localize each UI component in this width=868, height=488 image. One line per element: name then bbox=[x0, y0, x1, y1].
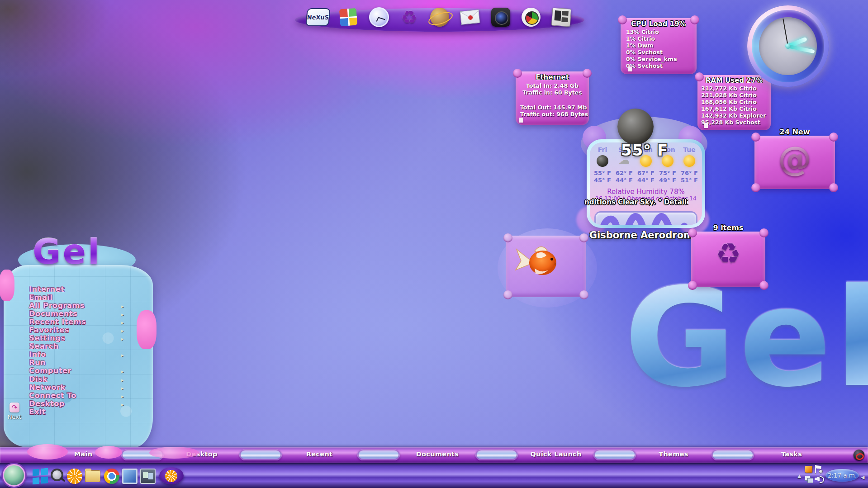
mail-widget[interactable]: 24 New @ bbox=[754, 136, 835, 189]
display-icon[interactable] bbox=[122, 469, 138, 484]
menu-item-info[interactable]: Info bbox=[29, 351, 138, 359]
nexus-badge: NeXuS bbox=[305, 8, 331, 26]
menu-item-internet[interactable]: Internet bbox=[29, 285, 138, 293]
tab-documents[interactable]: Documents bbox=[416, 450, 459, 458]
desktop-tab-bar: Main Desktop Recent Documents Quick Laun… bbox=[0, 447, 868, 463]
desktop: Gel NeXuS ♻ CPU Load 19% 13% Citrio 1% C… bbox=[0, 0, 868, 488]
cpu-process: 0% Svchost bbox=[626, 49, 677, 56]
volume-icon[interactable] bbox=[815, 475, 824, 483]
fish-tank-widget[interactable] bbox=[498, 228, 597, 308]
cpu-process: 0% Svchost bbox=[626, 62, 677, 69]
next-arrow-icon: ↷ bbox=[9, 403, 19, 412]
menu-item-all-programs[interactable]: All Programs bbox=[29, 301, 138, 309]
cpu-title: CPU Load 19% bbox=[621, 20, 697, 28]
tabbar-orb-icon[interactable] bbox=[854, 450, 864, 460]
menu-item-run[interactable]: Run bbox=[29, 359, 138, 367]
menu-item-email[interactable]: Email bbox=[29, 293, 138, 301]
conditions-ticker[interactable]: nditions Clear Sky. ° Detailed bbox=[584, 198, 688, 206]
resize-handle[interactable] bbox=[628, 66, 632, 71]
menu-item-search[interactable]: Search bbox=[29, 342, 138, 351]
ram-process: 95,228 Kb Svchost bbox=[701, 119, 766, 126]
mail-count: 24 New bbox=[754, 128, 835, 136]
chain-link bbox=[475, 449, 518, 460]
menu-item-disk[interactable]: Disk bbox=[29, 375, 138, 383]
cpu-process: 1% Citrio bbox=[626, 35, 677, 42]
menu-item-network[interactable]: Network bbox=[29, 383, 138, 391]
mini-clock-icon bbox=[819, 469, 823, 474]
pie-launcher-icon[interactable] bbox=[67, 469, 82, 484]
submenu-arrow-icon bbox=[121, 317, 126, 326]
menu-item-exit[interactable]: Exit bbox=[29, 407, 138, 416]
submenu-arrow-icon bbox=[121, 399, 126, 408]
desktop-icon-next[interactable]: ↷ Next bbox=[2, 403, 27, 420]
globe-icon[interactable] bbox=[429, 7, 450, 28]
weather-squiggle-panel bbox=[594, 211, 697, 225]
nexus-launcher-icon[interactable] bbox=[159, 467, 184, 484]
recycle-bin-icon: ♻ bbox=[691, 238, 765, 270]
start-button[interactable] bbox=[3, 464, 25, 487]
cpu-widget[interactable]: CPU Load 19% 13% Citrio 1% Citrio 1% Dwm… bbox=[621, 18, 697, 74]
recycle-icon[interactable]: ♻ bbox=[399, 7, 420, 28]
tab-themes[interactable]: Themes bbox=[659, 450, 688, 458]
windows-taskbar-icon[interactable] bbox=[33, 468, 48, 485]
search-icon[interactable] bbox=[50, 469, 65, 484]
start-menu-items: Internet Email All Programs Documents Re… bbox=[29, 285, 138, 416]
tab-recent[interactable]: Recent bbox=[306, 450, 332, 458]
next-label: Next bbox=[2, 413, 27, 420]
menu-item-favorites[interactable]: Favorites bbox=[29, 326, 138, 334]
analog-clock-widget[interactable] bbox=[747, 5, 829, 87]
goldfish-icon bbox=[515, 242, 564, 280]
current-temp: 55° F bbox=[579, 141, 710, 159]
tab-main[interactable]: Main bbox=[74, 450, 93, 458]
ethernet-total-out: Total Out: 145.97 Mb bbox=[520, 104, 588, 111]
show-desktop-icon[interactable] bbox=[140, 469, 156, 484]
camera-icon[interactable] bbox=[490, 7, 511, 28]
weather-widget[interactable]: Fri 55° F 45° F Sat 62° F 44° F Sun bbox=[579, 109, 710, 244]
gauge-icon[interactable] bbox=[521, 7, 541, 28]
start-menu-logo: Gel bbox=[33, 232, 101, 272]
tray-expand-icon[interactable] bbox=[797, 471, 804, 477]
flag-reminder-icon[interactable] bbox=[815, 465, 823, 474]
tab-quick-launch[interactable]: Quick Launch bbox=[530, 450, 581, 458]
ram-title: RAM Used 27% bbox=[697, 76, 771, 85]
ethernet-title: Ethernet bbox=[516, 73, 589, 81]
windows-icon[interactable] bbox=[338, 7, 359, 28]
clock-icon[interactable] bbox=[369, 7, 389, 28]
ram-process: 231,028 Kb Citrio bbox=[701, 92, 766, 99]
squiggle-graphic bbox=[596, 213, 696, 225]
menu-item-connect-to[interactable]: Connect To bbox=[29, 391, 138, 399]
submenu-arrow-icon bbox=[121, 366, 126, 375]
file-explorer-icon[interactable] bbox=[85, 469, 100, 484]
ethernet-total-in: Total In: 2.48 Gb bbox=[516, 82, 589, 89]
resize-handle[interactable] bbox=[519, 118, 523, 123]
network-icon[interactable] bbox=[805, 476, 813, 483]
menu-item-desktop[interactable]: Desktop bbox=[29, 399, 138, 407]
ethernet-widget[interactable]: Ethernet Total In: 2.48 Gb Traffic in: 6… bbox=[516, 71, 589, 125]
ethernet-traffic-out: Traffic out: 968 Bytes bbox=[520, 111, 588, 118]
cpu-process: 1% Dwm bbox=[626, 42, 677, 49]
submenu-arrow-icon bbox=[121, 375, 126, 384]
taskbar-clock[interactable]: 2:17 a.m. bbox=[825, 469, 859, 482]
tab-tasks[interactable]: Tasks bbox=[781, 450, 802, 458]
menu-item-documents[interactable]: Documents bbox=[29, 309, 138, 317]
mail-icon[interactable] bbox=[460, 7, 480, 28]
cpu-process: 13% Citrio bbox=[626, 28, 677, 35]
submenu-arrow-icon bbox=[121, 391, 126, 400]
ram-process: 167,612 Kb Citrio bbox=[701, 105, 766, 112]
menu-item-settings[interactable]: Settings bbox=[29, 334, 138, 342]
gel-blob bbox=[95, 446, 122, 459]
tray-collapse-icon[interactable] bbox=[861, 472, 866, 479]
printer-icon[interactable] bbox=[551, 7, 572, 28]
submenu-arrow-icon bbox=[121, 383, 126, 392]
menu-item-recent-items[interactable]: Recent Items bbox=[29, 317, 138, 326]
submenu-arrow-icon bbox=[121, 326, 126, 334]
recycle-bin-widget[interactable]: 9 items ♻ bbox=[691, 232, 765, 287]
nexus-icon[interactable]: NeXuS bbox=[308, 7, 328, 28]
package-icon[interactable] bbox=[805, 466, 812, 473]
chain-link bbox=[593, 449, 636, 460]
submenu-arrow-icon bbox=[121, 301, 126, 310]
chrome-icon[interactable] bbox=[104, 469, 119, 484]
clock-hub bbox=[785, 43, 791, 49]
menu-item-computer[interactable]: Computer bbox=[29, 367, 138, 375]
moon-phase-icon bbox=[617, 109, 654, 145]
